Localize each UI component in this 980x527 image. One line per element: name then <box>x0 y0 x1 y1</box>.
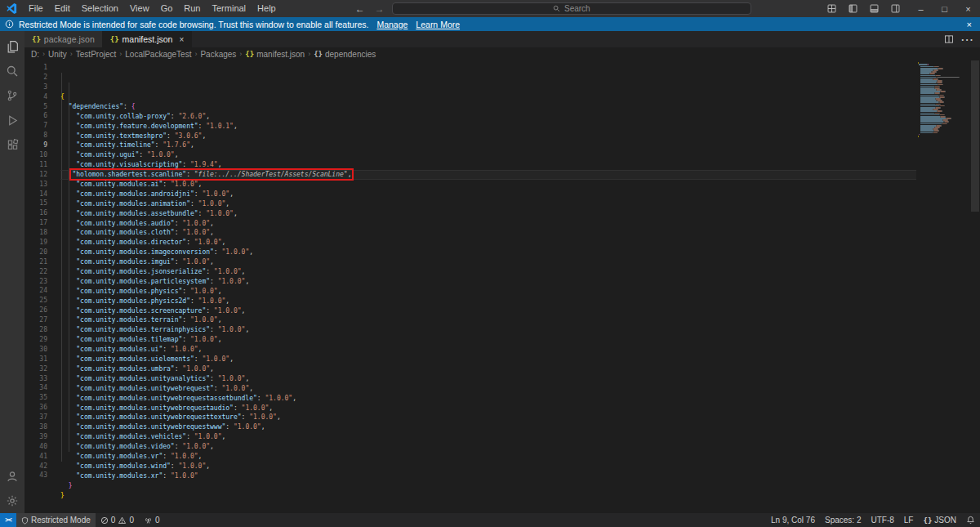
run-debug-icon[interactable] <box>0 108 24 132</box>
code-line[interactable]: "com.unity.modules.unitywebrequestwww": … <box>60 422 916 432</box>
line-number[interactable]: 10 <box>24 150 56 160</box>
line-number[interactable]: 7 <box>24 121 56 131</box>
code-line[interactable]: "com.unity.modules.unitywebrequesttextur… <box>60 413 916 422</box>
breadcrumb-item[interactable]: LocalPackageTest <box>125 50 191 59</box>
code-line[interactable]: "com.unity.modules.imageconversion": "1.… <box>60 248 916 257</box>
indentation-status[interactable]: Spaces: 2 <box>820 513 866 527</box>
tab-package-json[interactable]: {} package.json <box>24 31 103 47</box>
breadcrumb-item[interactable]: D: <box>31 50 39 59</box>
line-number[interactable]: 26 <box>24 306 56 315</box>
line-number[interactable]: 30 <box>24 345 56 355</box>
explorer-icon[interactable] <box>0 34 24 59</box>
menu-run[interactable]: Run <box>178 0 206 17</box>
line-number[interactable]: 29 <box>24 335 56 345</box>
line-number[interactable]: 31 <box>24 355 56 364</box>
line-number[interactable]: 43 <box>24 471 56 480</box>
code-line[interactable]: "com.unity.modules.vehicles": "1.0.0", <box>60 432 916 442</box>
line-number[interactable]: 32 <box>24 364 56 374</box>
breadcrumb-item[interactable]: Packages <box>200 50 236 59</box>
extensions-icon[interactable] <box>0 132 24 157</box>
line-number[interactable]: 37 <box>24 413 56 422</box>
line-number[interactable]: 6 <box>24 111 56 121</box>
line-number[interactable]: 12 <box>24 170 56 180</box>
menu-terminal[interactable]: Terminal <box>207 0 252 17</box>
problems-status[interactable]: 0 0 <box>96 513 139 527</box>
line-number[interactable]: 39 <box>24 432 56 442</box>
code-line[interactable]: "com.unity.modules.unityanalytics": "1.0… <box>60 374 916 384</box>
code-line[interactable]: "com.unity.modules.xr": "1.0.0" <box>60 471 916 481</box>
tab-manifest-json[interactable]: {} manifest.json × <box>103 31 193 47</box>
code-line[interactable]: "com.unity.modules.cloth": "1.0.0", <box>60 228 916 238</box>
menu-file[interactable]: File <box>23 0 49 17</box>
line-number[interactable]: 3 <box>24 83 56 92</box>
restricted-mode-status[interactable]: Restricted Mode <box>16 513 96 527</box>
code-line[interactable]: "com.unity.modules.ai": "1.0.0", <box>60 180 916 190</box>
line-number[interactable]: 22 <box>24 267 56 277</box>
remote-indicator[interactable]: >< <box>0 513 16 527</box>
line-number[interactable]: 4 <box>24 92 56 102</box>
line-number[interactable]: 34 <box>24 383 56 393</box>
close-button[interactable]: × <box>956 0 980 17</box>
toggle-sidebar-icon[interactable] <box>844 2 862 16</box>
line-number[interactable]: 19 <box>24 238 56 248</box>
code-line[interactable]: "com.unity.visualscripting": "1.9.4", <box>60 160 916 170</box>
split-editor-icon[interactable] <box>944 34 954 44</box>
code-line[interactable]: "com.unity.modules.wind": "1.0.0", <box>60 462 916 471</box>
code-line[interactable]: "com.unity.modules.tilemap": "1.0.0", <box>60 335 916 345</box>
code-line[interactable] <box>60 500 916 510</box>
scrollbar[interactable] <box>970 60 980 513</box>
code-line[interactable]: { <box>60 92 916 102</box>
line-number[interactable]: 2 <box>24 73 56 83</box>
cursor-position[interactable]: Ln 9, Col 76 <box>766 513 820 527</box>
search-sidebar-icon[interactable] <box>0 59 24 83</box>
code-line[interactable]: "com.unity.modules.jsonserialize": "1.0.… <box>60 267 916 277</box>
code-line[interactable]: "com.unity.modules.imgui": "1.0.0", <box>60 257 916 267</box>
line-number[interactable]: 28 <box>24 325 56 335</box>
code-line[interactable]: "com.unity.modules.physics2d": "1.0.0", <box>60 297 916 306</box>
line-number[interactable]: 25 <box>24 296 56 306</box>
eol-status[interactable]: LF <box>899 513 919 527</box>
menu-go[interactable]: Go <box>155 0 179 17</box>
line-number[interactable]: 23 <box>24 277 56 287</box>
menu-selection[interactable]: Selection <box>76 0 124 17</box>
code-area[interactable]: { "dependencies": { "com.unity.collab-pr… <box>56 60 916 510</box>
line-number[interactable]: 24 <box>24 286 56 296</box>
code-line[interactable]: "com.unity.timeline": "1.7.6", <box>60 141 916 150</box>
editor[interactable]: 1234567891011121314151617181920212223242… <box>24 60 980 513</box>
breadcrumb-item[interactable]: Unity <box>48 50 67 59</box>
ports-status[interactable]: 0 <box>139 513 165 527</box>
code-line[interactable]: "com.unity.modules.screencapture": "1.0.… <box>60 306 916 316</box>
code-line[interactable]: "com.unity.feature.development": "1.0.1"… <box>60 122 916 132</box>
code-line[interactable]: "dependencies": { <box>60 102 916 112</box>
account-icon[interactable] <box>0 464 24 489</box>
line-number[interactable]: 8 <box>24 131 56 141</box>
code-line-highlighted[interactable]: "holomon.shadertest.scanline": "file:../… <box>60 170 916 180</box>
code-line[interactable]: "com.unity.modules.umbra": "1.0.0", <box>60 364 916 374</box>
code-line[interactable]: "com.unity.modules.particlesystem": "1.0… <box>60 277 916 287</box>
line-number[interactable]: 11 <box>24 160 56 170</box>
code-line[interactable]: "com.unity.modules.audio": "1.0.0", <box>60 219 916 229</box>
editor-actions-more-icon[interactable]: ⋯ <box>960 32 973 47</box>
maximize-button[interactable]: □ <box>933 0 956 17</box>
line-number[interactable]: 18 <box>24 228 56 238</box>
code-line[interactable]: "com.unity.collab-proxy": "2.6.0", <box>60 112 916 122</box>
nav-back-icon[interactable]: ← <box>353 3 368 15</box>
minimap[interactable] <box>918 62 970 139</box>
breadcrumb-item[interactable]: {}dependencies <box>314 50 376 59</box>
line-number[interactable]: 35 <box>24 393 56 403</box>
line-number[interactable]: 9 <box>24 141 56 150</box>
line-number-gutter[interactable]: 1234567891011121314151617181920212223242… <box>24 60 56 480</box>
minimize-button[interactable]: – <box>909 0 933 17</box>
line-number[interactable]: 5 <box>24 102 56 112</box>
line-number[interactable]: 14 <box>24 190 56 199</box>
line-number[interactable]: 15 <box>24 199 56 208</box>
line-number[interactable]: 41 <box>24 452 56 462</box>
line-number[interactable]: 38 <box>24 422 56 432</box>
code-line[interactable]: "com.unity.modules.terrainphysics": "1.0… <box>60 325 916 335</box>
code-line[interactable]: "com.unity.modules.unitywebrequest": "1.… <box>60 384 916 394</box>
toggle-panel-icon[interactable] <box>865 2 883 16</box>
line-number[interactable]: 40 <box>24 442 56 452</box>
line-number[interactable]: 1 <box>24 63 56 73</box>
menu-help[interactable]: Help <box>252 0 282 17</box>
line-number[interactable]: 21 <box>24 257 56 267</box>
